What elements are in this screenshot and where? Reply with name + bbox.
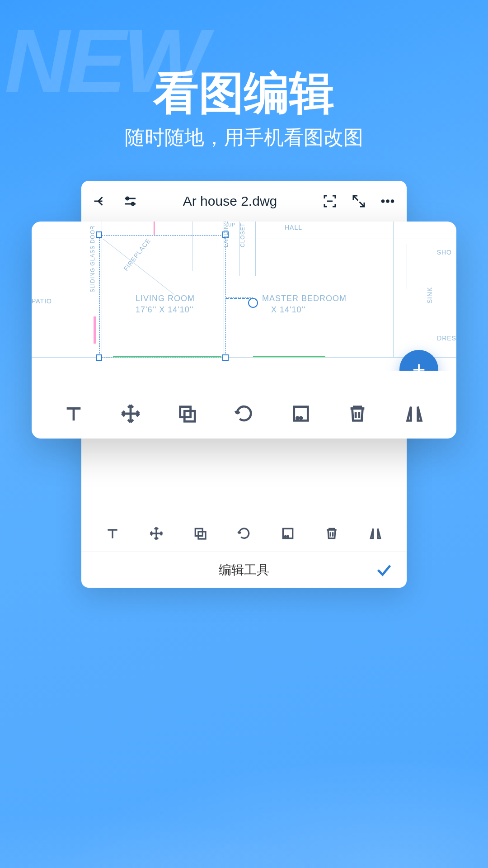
svg-point-9 — [287, 536, 289, 537]
scale-tool-icon[interactable] — [291, 403, 311, 424]
page-title: 看图编辑 — [0, 63, 488, 124]
settings-slider-icon[interactable] — [122, 193, 138, 209]
label-sink: SINK — [427, 287, 434, 304]
label-dres: DRES — [437, 335, 456, 342]
more-icon[interactable] — [380, 193, 396, 209]
scale-tool-icon-back[interactable] — [281, 526, 295, 541]
label-livingdim: 17'6'' X 14'10'' — [136, 305, 194, 315]
copy-tool-icon-back[interactable] — [193, 526, 207, 541]
copy-tool-icon[interactable] — [177, 403, 197, 424]
bg-wave — [0, 597, 488, 868]
svg-point-13 — [296, 417, 298, 419]
app-topbar: Ar house 2.dwg — [81, 181, 407, 222]
delete-tool-icon[interactable] — [347, 403, 368, 424]
svg-point-3 — [387, 200, 389, 203]
label-glass: SLIDING GLASS DOOR — [89, 225, 96, 292]
front-canvas-card: PATIO LIVING ROOM 17'6'' X 14'10'' MASTE… — [32, 222, 456, 439]
text-tool-icon[interactable] — [63, 403, 84, 424]
svg-point-4 — [391, 200, 394, 203]
rotate-tool-icon[interactable] — [234, 403, 254, 424]
label-masterdim: X 14'10'' — [271, 305, 305, 315]
add-fab[interactable]: + — [399, 350, 438, 371]
rotate-tool-icon-back[interactable] — [237, 526, 251, 541]
file-title: Ar house 2.dwg — [138, 193, 322, 209]
label-master: MASTER BEDROOM — [262, 294, 347, 303]
confirm-check-icon[interactable] — [375, 561, 393, 579]
svg-point-2 — [382, 200, 384, 203]
cad-canvas[interactable]: PATIO LIVING ROOM 17'6'' X 14'10'' MASTE… — [32, 222, 456, 371]
label-up: UP — [228, 222, 235, 227]
label-sho: SHO — [437, 249, 452, 256]
move-tool-icon-back[interactable] — [149, 526, 164, 541]
bottom-bar-label: 编辑工具 — [219, 561, 269, 579]
label-hall: HALL — [285, 224, 302, 231]
label-living: LIVING ROOM — [136, 294, 195, 303]
bottom-bar: 编辑工具 — [81, 552, 407, 588]
mirror-tool-icon-back[interactable] — [368, 526, 383, 541]
delete-tool-icon-back[interactable] — [324, 526, 339, 541]
edit-toolbar — [32, 389, 456, 439]
page-subtitle: 随时随地，用手机看图改图 — [0, 124, 488, 151]
svg-point-8 — [285, 536, 286, 537]
move-tool-icon[interactable] — [120, 403, 141, 424]
svg-point-14 — [300, 417, 302, 419]
label-patio: PATIO — [32, 297, 52, 305]
text-tool-icon-back[interactable] — [105, 526, 120, 541]
back-icon[interactable] — [92, 193, 108, 209]
label-closet: CLOSET — [239, 223, 246, 247]
scan-icon[interactable] — [322, 193, 338, 209]
mirror-tool-icon[interactable] — [404, 403, 425, 424]
expand-icon[interactable] — [351, 193, 367, 209]
back-toolbar — [81, 515, 407, 552]
